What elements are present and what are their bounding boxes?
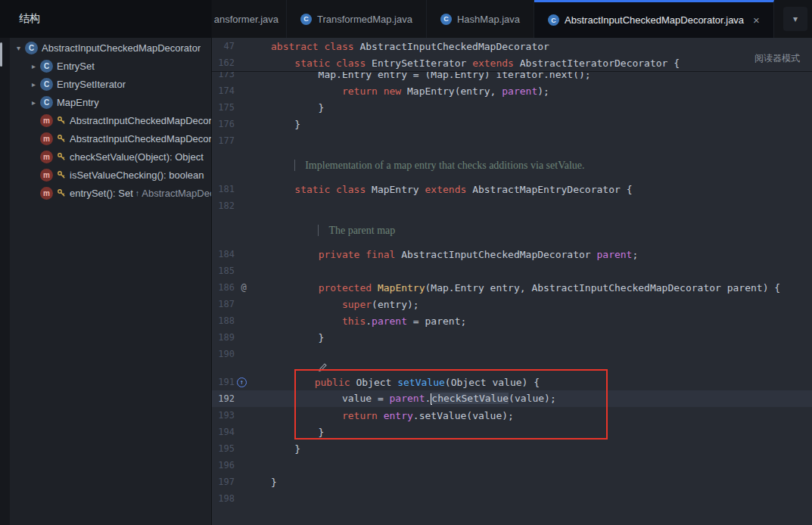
code-text: Map.Entry entry = (Map.Entry) iterator.n… <box>271 72 591 80</box>
code-area[interactable]: 173 Map.Entry entry = (Map.Entry) iterat… <box>212 72 812 524</box>
code-line[interactable]: 177 <box>212 132 812 149</box>
structure-tree-item[interactable]: ▾CAbstractInputCheckedMapDecorator <box>10 39 211 57</box>
item-label: AbstractInputCheckedMapDecorator <box>42 42 201 54</box>
tool-window-stripe[interactable] <box>0 38 10 525</box>
item-label: AbstractInputCheckedMapDecora <box>70 115 211 126</box>
code-text <box>271 362 328 374</box>
code-line[interactable]: 188 this.parent = parent; <box>212 312 812 329</box>
tab-label: HashMap.java <box>457 14 520 25</box>
code-token: .setValue(value); <box>413 410 514 421</box>
line-number[interactable]: 196 <box>212 460 235 471</box>
code-line[interactable]: 197} <box>212 474 812 490</box>
code-token: checkSetValue <box>431 393 509 404</box>
line-number[interactable]: 175 <box>212 102 235 113</box>
line-number[interactable]: 191 <box>212 377 235 387</box>
code-text: static class MapEntry extends AbstractMa… <box>271 184 632 195</box>
code-text: this.parent = parent; <box>271 315 466 327</box>
method-icon: m <box>40 132 53 145</box>
code-line[interactable]: 195 } <box>212 440 812 457</box>
line-number[interactable]: 185 <box>212 266 235 276</box>
code-line[interactable]: 174 return new MapEntry(entry, parent); <box>212 82 812 99</box>
line-number[interactable]: 186 <box>212 282 235 293</box>
structure-tree: ▾CAbstractInputCheckedMapDecorator▸CEntr… <box>10 38 211 525</box>
editor-tab[interactable]: CTransformedMap.java <box>287 0 427 38</box>
editor-tab[interactable]: CHashMap.java <box>427 0 534 38</box>
code-line[interactable]: 185 <box>212 262 812 279</box>
editor-tab[interactable]: CAbstractInputCheckedMapDecorator.java× <box>534 0 774 38</box>
code-token: static class <box>294 57 372 69</box>
code-token: ; <box>632 249 638 260</box>
structure-tree-item[interactable]: misSetValueChecking(): boolean <box>10 166 211 184</box>
pen-cursor-row[interactable] <box>212 362 812 374</box>
sticky-context-lines[interactable]: 47abstract class AbstractInputCheckedMap… <box>212 38 812 72</box>
chevron-down-icon[interactable]: ▾ <box>783 7 807 31</box>
chevron-collapsed-icon[interactable]: ▸ <box>27 80 40 89</box>
code-line[interactable]: 176 } <box>212 116 812 132</box>
code-line[interactable]: 189 } <box>212 329 812 346</box>
line-number[interactable]: 162 <box>212 57 235 68</box>
annotation-gutter-icon[interactable]: @ <box>237 282 250 293</box>
structure-tree-item[interactable]: mcheckSetValue(Object): Object <box>10 148 211 166</box>
line-number[interactable]: 177 <box>212 135 235 146</box>
line-number[interactable]: 184 <box>212 249 235 259</box>
reader-mode-button[interactable]: 阅读器模式 <box>754 52 800 65</box>
editor-tab[interactable]: ansformer.java <box>212 0 287 38</box>
line-number[interactable]: 198 <box>212 493 235 504</box>
code-line[interactable]: 196 <box>212 457 812 474</box>
line-number[interactable]: 195 <box>212 443 235 454</box>
line-number[interactable]: 173 <box>212 72 235 79</box>
structure-tree-item[interactable]: ▸CEntrySetIterator <box>10 75 211 93</box>
code-line[interactable]: 184 private final AbstractInputCheckedMa… <box>212 246 812 262</box>
doc-comment-line[interactable]: Implementation of a map entry that check… <box>212 157 812 174</box>
line-number[interactable]: 193 <box>212 410 235 421</box>
line-number[interactable]: 181 <box>212 184 235 194</box>
line-number[interactable]: 197 <box>212 477 235 487</box>
code-text: return entry.setValue(value); <box>271 410 514 421</box>
class-icon: C <box>440 14 452 25</box>
line-number[interactable]: 192 <box>212 393 235 404</box>
line-number[interactable]: 47 <box>212 41 235 51</box>
structure-tree-item[interactable]: ▸CMapEntry <box>10 93 211 111</box>
structure-tree-item[interactable]: mAbstractInputCheckedMapDecora <box>10 129 211 148</box>
code-text: abstract class AbstractInputCheckedMapDe… <box>271 41 549 52</box>
structure-tree-item[interactable]: ▸CEntrySet <box>10 57 211 75</box>
structure-tree-item[interactable]: mentrySet(): Set↑AbstractMapDec <box>10 184 211 202</box>
code-token: } <box>271 332 324 343</box>
code-line[interactable]: 162 static class EntrySetIterator extend… <box>212 54 812 71</box>
line-number[interactable]: 182 <box>212 200 235 211</box>
code-token: extends <box>425 184 473 195</box>
code-line[interactable]: 187 super(entry); <box>212 296 812 312</box>
code-line[interactable]: 175 } <box>212 99 812 116</box>
line-number[interactable]: 188 <box>212 315 235 326</box>
code-line[interactable]: 181 static class MapEntry extends Abstra… <box>212 181 812 197</box>
line-number[interactable]: 176 <box>212 119 235 129</box>
code-line[interactable]: 173 Map.Entry entry = (Map.Entry) iterat… <box>212 72 812 82</box>
code-line[interactable]: 198 <box>212 490 812 507</box>
code-line[interactable]: 194 } <box>212 424 812 440</box>
editor[interactable]: 47abstract class AbstractInputCheckedMap… <box>212 38 812 525</box>
chevron-collapsed-icon[interactable]: ▸ <box>27 62 40 70</box>
code-token: (value); <box>509 393 556 404</box>
code-token: parent <box>596 249 632 260</box>
chevron-expanded-icon[interactable]: ▾ <box>12 44 25 52</box>
code-line[interactable]: 186@ protected MapEntry(Map.Entry entry,… <box>212 279 812 296</box>
structure-tree-item[interactable]: mAbstractInputCheckedMapDecora <box>10 111 211 129</box>
line-number[interactable]: 189 <box>212 332 235 343</box>
line-number[interactable]: 187 <box>212 299 235 309</box>
chevron-collapsed-icon[interactable]: ▸ <box>27 98 40 107</box>
code-line[interactable]: 191↑ public Object setValue(Object value… <box>212 374 812 390</box>
overriding-method-icon[interactable]: ↑ <box>237 377 247 387</box>
close-icon[interactable]: × <box>753 14 760 26</box>
code-line[interactable]: 182 <box>212 197 812 214</box>
code-line[interactable]: 47abstract class AbstractInputCheckedMap… <box>212 38 812 54</box>
line-number[interactable]: 194 <box>212 427 235 437</box>
code-token: } <box>271 477 277 488</box>
line-number[interactable]: 174 <box>212 85 235 96</box>
code-line[interactable]: 190 <box>212 346 812 362</box>
code-text: protected MapEntry(Map.Entry entry, Abst… <box>271 282 780 294</box>
code-line[interactable]: 192 value = parent.checkSetValue(value); <box>212 390 812 407</box>
structure-panel-header: 结构 <box>0 0 211 38</box>
doc-comment-line[interactable]: The parent map <box>212 222 812 239</box>
code-line[interactable]: 193 return entry.setValue(value); <box>212 407 812 424</box>
line-number[interactable]: 190 <box>212 349 235 359</box>
